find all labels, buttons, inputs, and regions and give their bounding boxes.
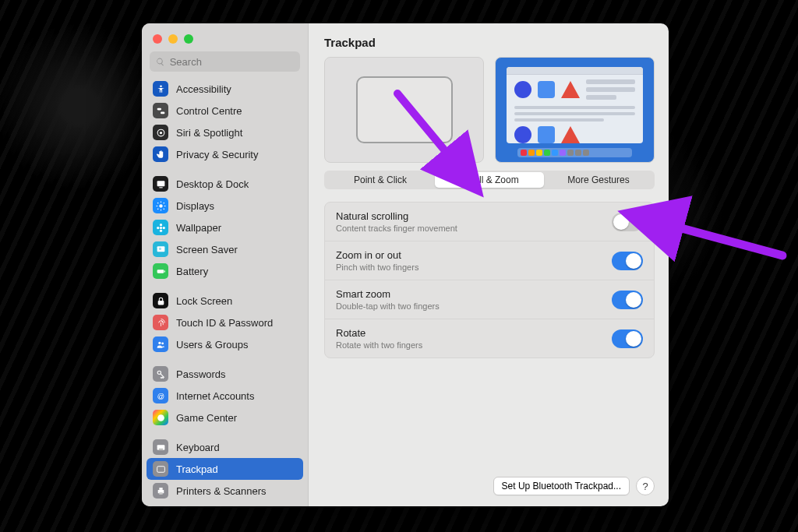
- sidebar-item-label: Internet Accounts: [176, 390, 254, 402]
- desktop-icon: [153, 176, 168, 192]
- sidebar-item-label: Users & Groups: [176, 339, 248, 351]
- sidebar-item-printers-scanners[interactable]: Printers & Scanners: [147, 480, 303, 502]
- svg-rect-25: [157, 300, 164, 304]
- sidebar-item-label: Screen Saver: [176, 244, 238, 255]
- sidebar-item-users-groups[interactable]: Users & Groups: [147, 333, 303, 355]
- svg-point-28: [157, 371, 161, 374]
- svg-point-7: [159, 204, 162, 207]
- system-settings-window: AccessibilityControl CentreSiri & Spotli…: [142, 23, 669, 506]
- settings-group: Natural scrollingContent tracks finger m…: [324, 202, 655, 358]
- setting-title: Smart zoom: [336, 288, 440, 300]
- svg-point-20: [162, 226, 164, 228]
- setting-desc: Double-tap with two fingers: [336, 301, 440, 311]
- toggle-smart-zoom[interactable]: [612, 291, 643, 309]
- tab-segmented-control: Point & ClickScroll & ZoomMore Gestures: [324, 171, 655, 189]
- preview-row: [324, 57, 655, 163]
- users-icon: [153, 336, 168, 352]
- svg-rect-6: [159, 187, 162, 188]
- setting-row-natural-scrolling: Natural scrollingContent tracks finger m…: [325, 203, 654, 241]
- main-panel: Trackpad: [309, 23, 669, 506]
- siri-icon: [153, 125, 168, 140]
- setting-row-zoom-in-or-out: Zoom in or outPinch with two fingers: [325, 241, 654, 280]
- setting-row-rotate: RotateRotate with two fingers: [325, 319, 654, 358]
- svg-line-14: [163, 203, 164, 203]
- sidebar-item-battery[interactable]: Battery: [147, 260, 303, 282]
- printer-icon: [153, 483, 168, 499]
- sidebar-item-passwords[interactable]: Passwords: [147, 363, 303, 385]
- accessibility-icon: [153, 81, 168, 97]
- sidebar-item-screen-saver[interactable]: Screen Saver: [147, 238, 303, 260]
- sidebar-item-label: Privacy & Security: [176, 149, 258, 160]
- tab-point-click[interactable]: Point & Click: [326, 172, 435, 188]
- sidebar-item-label: Accessibility: [176, 83, 231, 95]
- sidebar-item-touch-id-password[interactable]: Touch ID & Password: [147, 312, 303, 333]
- sidebar-search[interactable]: [150, 51, 300, 72]
- page-title: Trackpad: [324, 36, 655, 49]
- sidebar-item-game-center[interactable]: Game Center: [147, 407, 303, 428]
- tab-scroll-zoom[interactable]: Scroll & Zoom: [435, 172, 544, 188]
- svg-rect-24: [164, 270, 164, 272]
- setting-title: Rotate: [336, 327, 422, 339]
- sidebar-item-label: Desktop & Dock: [176, 178, 249, 190]
- close-window-icon[interactable]: [153, 34, 162, 44]
- toggle-natural-scrolling[interactable]: [612, 213, 643, 231]
- sidebar-item-accessibility[interactable]: Accessibility: [147, 78, 303, 100]
- sidebar-item-displays[interactable]: Displays: [147, 195, 303, 217]
- sidebar-item-label: Trackpad: [176, 463, 218, 475]
- sidebar-item-keyboard[interactable]: Keyboard: [147, 436, 303, 458]
- toggle-rotate[interactable]: [612, 329, 643, 348]
- window-controls: [142, 23, 308, 51]
- sidebar-item-wallpaper[interactable]: Wallpaper: [147, 217, 303, 238]
- sidebar-item-internet-accounts[interactable]: @Internet Accounts: [147, 385, 303, 407]
- svg-point-22: [158, 247, 161, 249]
- help-button[interactable]: ?: [636, 477, 655, 495]
- sidebar-item-control-centre[interactable]: Control Centre: [147, 100, 303, 122]
- sidebar-item-lock-screen[interactable]: Lock Screen: [147, 290, 303, 312]
- sidebar-item-privacy-security[interactable]: Privacy & Security: [147, 143, 303, 165]
- svg-rect-5: [157, 181, 164, 186]
- key-icon: [153, 366, 168, 382]
- svg-point-4: [159, 131, 161, 133]
- flower-icon: [153, 220, 168, 235]
- setting-row-smart-zoom: Smart zoomDouble-tap with two fingers: [325, 280, 654, 319]
- setting-desc: Pinch with two fingers: [336, 262, 418, 272]
- lock-icon: [153, 293, 168, 308]
- sidebar-item-label: Displays: [176, 200, 214, 212]
- search-input[interactable]: [170, 56, 294, 68]
- sidebar-item-label: Printers & Scanners: [176, 485, 267, 497]
- footer: Set Up Bluetooth Trackpad... ?: [324, 466, 655, 495]
- svg-line-13: [163, 208, 164, 209]
- setup-bluetooth-trackpad-button[interactable]: Set Up Bluetooth Trackpad...: [493, 477, 630, 495]
- sidebar-item-label: Battery: [176, 266, 208, 277]
- battery-icon: [153, 263, 168, 279]
- sidebar-item-label: Control Centre: [176, 105, 242, 117]
- zoom-window-icon[interactable]: [184, 34, 193, 44]
- sidebar-item-label: Lock Screen: [176, 295, 232, 307]
- svg-point-0: [160, 85, 162, 87]
- sidebar: AccessibilityControl CentreSiri & Spotli…: [142, 23, 309, 506]
- two-finger-icon: [392, 102, 417, 115]
- svg-rect-23: [157, 270, 164, 273]
- sidebar-item-siri-spotlight[interactable]: Siri & Spotlight: [147, 122, 303, 143]
- svg-rect-32: [158, 449, 162, 449]
- minimize-window-icon[interactable]: [168, 34, 178, 44]
- game-icon: [153, 410, 168, 425]
- svg-point-27: [161, 342, 164, 344]
- svg-point-17: [159, 224, 161, 226]
- svg-rect-33: [157, 466, 164, 472]
- toggle-zoom-in-or-out[interactable]: [612, 252, 643, 270]
- sidebar-item-trackpad[interactable]: Trackpad: [147, 458, 303, 480]
- tab-more-gestures[interactable]: More Gestures: [544, 172, 653, 188]
- setting-title: Zoom in or out: [336, 249, 418, 261]
- sidebar-list: AccessibilityControl CentreSiri & Spotli…: [142, 76, 308, 506]
- sidebar-item-desktop-dock[interactable]: Desktop & Dock: [147, 173, 303, 195]
- svg-point-18: [159, 229, 161, 231]
- search-icon: [156, 57, 165, 67]
- screensaver-icon: [153, 241, 168, 257]
- svg-rect-1: [157, 107, 161, 110]
- dock-preview-icon: [517, 148, 632, 157]
- sidebar-item-label: Touch ID & Password: [176, 317, 273, 329]
- svg-point-16: [159, 226, 161, 228]
- svg-text:@: @: [157, 392, 164, 400]
- preview-trackpad: [324, 57, 484, 163]
